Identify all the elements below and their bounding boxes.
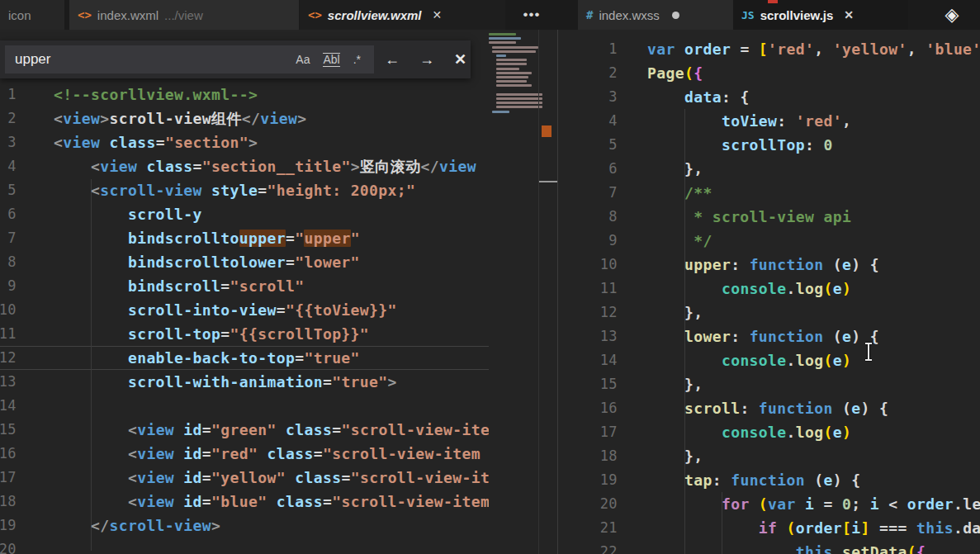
code-line[interactable]: 15 }, (558, 372, 980, 396)
code-line[interactable]: 19 </scroll-view> (0, 514, 489, 537)
code-line[interactable]: 10 scroll-into-view="{{toView}}" (0, 298, 489, 322)
code-token: === (870, 519, 916, 537)
line-number: 12 (578, 301, 618, 324)
close-find-icon[interactable]: ✕ (454, 50, 466, 69)
code-line[interactable]: 11 console.log(e) (558, 277, 980, 301)
editor-pane-wxml: 1<!--scorllview.wxml-->2<view>scroll-vie… (0, 30, 558, 554)
code-token: order (684, 40, 740, 58)
diamond-icon[interactable]: ◈ (931, 0, 973, 30)
code-line[interactable]: 9 bindscroll="scroll" (0, 274, 489, 298)
code-token: < (128, 445, 137, 462)
code-line[interactable]: 20 (0, 537, 489, 554)
code-line[interactable]: 17 console.log(e) (558, 420, 980, 444)
code-token: "scroll" (230, 277, 305, 295)
code-line[interactable]: 22 this.setData({ (558, 540, 980, 554)
whole-word-toggle[interactable]: Abl (323, 53, 339, 67)
minimap-line (496, 84, 533, 87)
match-case-toggle[interactable]: Aa (296, 53, 310, 66)
code-line[interactable]: 16 scroll: function (e) { (558, 396, 980, 420)
code-token: "{{scrollTop}}" (230, 325, 370, 343)
code-line[interactable]: 8 bindscrolltolower="lower" (0, 250, 489, 274)
search-input[interactable] (5, 51, 296, 68)
code-line[interactable]: 18 <view id="blue" class="scroll-view-it… (0, 490, 489, 514)
code-line[interactable]: 19 tap: function (e) { (558, 468, 980, 492)
code-token: e (833, 280, 842, 297)
code-line[interactable]: 5 <scroll-view style="height: 200px;" (0, 178, 489, 202)
code-token: log (796, 424, 824, 441)
code-token (54, 158, 91, 175)
line-number: 11 (578, 277, 618, 301)
code-line[interactable]: 5 scrollTop: 0 (558, 133, 980, 157)
code-line[interactable]: 17 <view id="yellow" class="scroll-view-… (0, 466, 489, 490)
previous-match-button[interactable]: ← (385, 51, 400, 69)
code-line[interactable]: 16 <view id="red" class="scroll-view-ite… (0, 442, 489, 466)
code-token: var (647, 40, 684, 58)
code-token: view (439, 158, 476, 175)
code-line[interactable]: 4 toView: 'red', (558, 109, 980, 133)
code-line[interactable]: 4 <view class="section__title">竖向滚动</vie… (0, 154, 489, 178)
code-token: ) (833, 471, 851, 489)
code-token: = (202, 493, 211, 510)
code-line[interactable]: 1var order = ['red', 'yellow', 'blue' (558, 37, 980, 61)
code-editor-js[interactable]: 1var order = ['red', 'yellow', 'blue'2Pa… (558, 37, 980, 554)
tab-scrollview-wxml[interactable]: <> scrollview.wxml ✕ (300, 0, 505, 30)
code-editor-wxml[interactable]: 1<!--scorllview.wxml-->2<view>scroll-vie… (0, 83, 489, 554)
code-line[interactable]: 2Page({ (558, 61, 980, 85)
code-token: this (916, 519, 954, 537)
code-line[interactable]: 6 scroll-y (0, 202, 489, 226)
code-line[interactable]: 9 */ (558, 229, 980, 253)
line-number: 2 (578, 61, 618, 85)
code-token: ( (907, 543, 916, 554)
close-icon[interactable]: ✕ (844, 8, 854, 21)
code-token: { (740, 88, 749, 106)
code-line[interactable]: 2<view>scroll-view组件</view> (0, 107, 489, 130)
minimap-line (496, 102, 542, 104)
next-match-button[interactable]: → (419, 51, 434, 69)
code-token: tap (684, 471, 713, 489)
code-token: < (91, 182, 100, 199)
code-line[interactable]: 12 }, (558, 301, 980, 324)
code-line[interactable]: 3<view class="section"> (0, 130, 489, 154)
scrollbar[interactable] (539, 30, 557, 554)
line-number: 3 (578, 85, 618, 109)
code-token: . (787, 280, 796, 297)
code-token: = (332, 421, 341, 438)
code-token: ( (824, 352, 833, 369)
regex-toggle[interactable]: .* (353, 53, 361, 66)
more-actions-button[interactable]: ••• (514, 0, 550, 30)
tab-index-wxml[interactable]: <> index.wxml .../view (69, 0, 299, 30)
code-token: : (805, 136, 823, 154)
scrollbar-slider[interactable] (538, 181, 557, 182)
code-token: console (722, 424, 787, 441)
code-token: ( (833, 328, 842, 345)
code-line[interactable]: 11 scroll-top="{{scrollTop}}" (0, 322, 489, 346)
code-line[interactable]: 13 lower: function (e) { (558, 324, 980, 348)
code-line[interactable]: 12 enable-back-to-top="true" (0, 346, 489, 370)
code-line[interactable]: 8 * scroll-view api (558, 205, 980, 229)
code-token (54, 469, 128, 486)
code-line[interactable]: 13 scroll-with-animation="true"> (0, 370, 489, 394)
code-line[interactable]: 14 console.log(e) (558, 348, 980, 372)
close-icon[interactable]: ✕ (433, 8, 443, 21)
code-line[interactable]: 7 /** (558, 181, 980, 205)
tab-partial-icon[interactable]: icon (0, 0, 64, 30)
code-line[interactable]: 20 for (var i = 0; i < order.length (558, 492, 980, 516)
code-line[interactable]: 3 data: { (558, 85, 980, 109)
minimap[interactable] (489, 33, 538, 149)
find-input-wrap: Aa Abl .* (5, 45, 374, 73)
code-token (647, 232, 684, 249)
tab-index-wxss[interactable]: # index.wxss (578, 0, 733, 30)
code-token (267, 493, 277, 510)
code-line[interactable]: 21 if (order[i] === this.data (558, 516, 980, 540)
code-token: "scroll-view-item (323, 445, 489, 462)
tab-scrollview-js[interactable]: JS scrollview.js ✕ (733, 0, 908, 30)
code-token: ) (842, 352, 851, 369)
code-line[interactable]: 10 upper: function (e) { (558, 253, 980, 277)
code-line[interactable]: 7 bindscrolltoupper="upper" (0, 226, 489, 250)
code-line[interactable]: 15 <view id="green" class="scroll-view-i… (0, 418, 489, 442)
code-line[interactable]: 14 (0, 394, 489, 418)
code-token: ) (842, 280, 851, 297)
code-line[interactable]: 6 }, (558, 157, 980, 181)
code-line[interactable]: 1<!--scorllview.wxml--> (0, 83, 489, 107)
code-line[interactable]: 18 }, (558, 444, 980, 468)
